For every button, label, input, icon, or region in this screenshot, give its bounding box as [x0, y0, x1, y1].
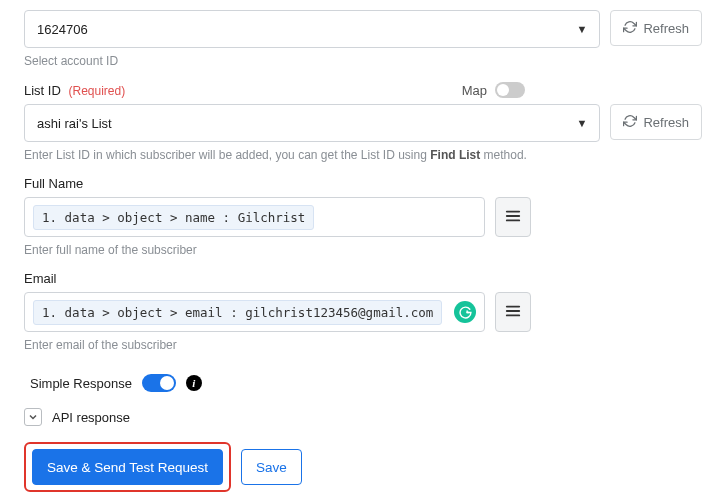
save-send-test-button[interactable]: Save & Send Test Request: [32, 449, 223, 485]
caret-down-icon: ▼: [577, 23, 588, 35]
email-input[interactable]: 1. data > object > email : gilchrist1234…: [24, 292, 485, 332]
api-response-expand[interactable]: [24, 408, 42, 426]
full-name-helper: Enter full name of the subscriber: [24, 243, 702, 257]
menu-icon: [505, 304, 521, 321]
simple-response-toggle[interactable]: [142, 374, 176, 392]
list-id-value: ashi rai's List: [37, 116, 112, 131]
email-menu-button[interactable]: [495, 292, 531, 332]
account-id-refresh-button[interactable]: Refresh: [610, 10, 702, 46]
full-name-input[interactable]: 1. data > object > name : Gilchrist: [24, 197, 485, 237]
primary-action-highlight: Save & Send Test Request: [24, 442, 231, 492]
map-toggle[interactable]: [495, 82, 525, 98]
full-name-label: Full Name: [24, 176, 83, 191]
refresh-icon: [623, 20, 637, 37]
caret-down-icon: ▼: [577, 117, 588, 129]
full-name-menu-button[interactable]: [495, 197, 531, 237]
save-button[interactable]: Save: [241, 449, 302, 485]
account-id-helper: Select account ID: [24, 54, 702, 68]
map-label: Map: [462, 83, 487, 98]
refresh-label: Refresh: [643, 21, 689, 36]
account-id-select[interactable]: 1624706 ▼: [24, 10, 600, 48]
email-label: Email: [24, 271, 57, 286]
menu-icon: [505, 209, 521, 226]
list-id-required: (Required): [68, 84, 125, 98]
info-icon[interactable]: i: [186, 375, 202, 391]
refresh-icon: [623, 114, 637, 131]
grammarly-icon: [454, 301, 476, 323]
email-helper: Enter email of the subscriber: [24, 338, 702, 352]
list-id-select[interactable]: ashi rai's List ▼: [24, 104, 600, 142]
list-id-helper: Enter List ID in which subscriber will b…: [24, 148, 702, 162]
list-id-refresh-button[interactable]: Refresh: [610, 104, 702, 140]
email-chip: 1. data > object > email : gilchrist1234…: [33, 300, 442, 325]
list-id-label: List ID: [24, 83, 61, 98]
full-name-chip: 1. data > object > name : Gilchrist: [33, 205, 314, 230]
chevron-down-icon: [28, 410, 38, 425]
api-response-label: API response: [52, 410, 130, 425]
refresh-label: Refresh: [643, 115, 689, 130]
simple-response-label: Simple Response: [30, 376, 132, 391]
account-id-value: 1624706: [37, 22, 88, 37]
